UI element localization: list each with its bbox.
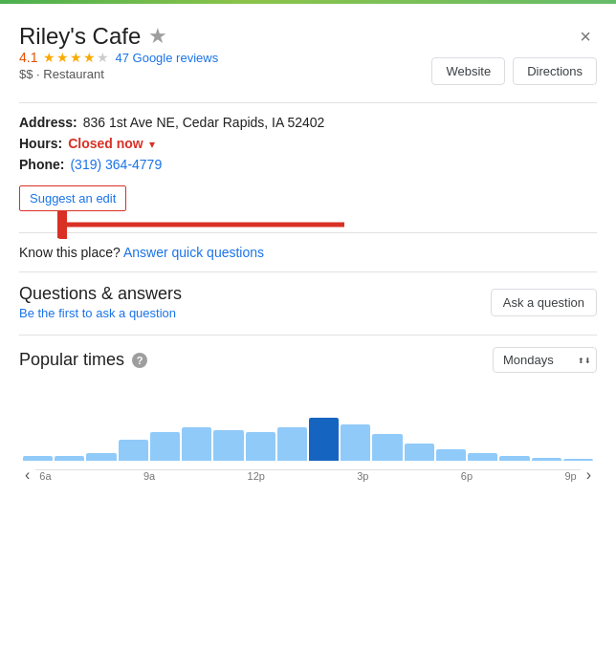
star-1: ★ <box>43 50 55 65</box>
chart-bar <box>532 458 561 461</box>
bookmark-star-icon[interactable]: ★ <box>148 24 167 49</box>
divider-1 <box>19 102 597 103</box>
chart-bar <box>499 456 529 461</box>
chart-bar <box>182 427 211 461</box>
hours-label: Hours: <box>19 136 62 151</box>
star-3: ★ <box>70 50 82 65</box>
phone-row: Phone: (319) 364-4779 <box>19 157 597 172</box>
qa-title-group: Questions & answers Be the first to ask … <box>19 284 182 321</box>
hours-status[interactable]: Closed now <box>68 136 143 151</box>
category: Restaurant <box>43 67 104 81</box>
chart-bar <box>213 430 243 461</box>
header-section: Riley's Cafe ★ 4.1 ★ ★ ★ ★ ★ 47 Google r… <box>19 23 597 91</box>
help-icon[interactable]: ? <box>132 353 147 368</box>
popular-times-header: Popular times ? Mondays Tuesdays Wednesd… <box>19 347 597 373</box>
answer-quick-questions-link[interactable]: Answer quick questions <box>123 245 264 260</box>
chart-bar <box>405 444 434 461</box>
directions-button[interactable]: Directions <box>513 57 597 85</box>
chart-prev-button[interactable]: ‹ <box>19 465 35 486</box>
chart-bar <box>150 432 180 461</box>
close-button[interactable]: × <box>574 25 597 48</box>
phone-label: Phone: <box>19 157 64 172</box>
website-button[interactable]: Website <box>431 57 505 85</box>
address-row: Address: 836 1st Ave NE, Cedar Rapids, I… <box>19 115 597 130</box>
chart-bar <box>372 434 402 461</box>
qa-header: Questions & answers Be the first to ask … <box>19 284 597 321</box>
axis-label-12p: 12p <box>248 470 265 482</box>
rating-row: 4.1 ★ ★ ★ ★ ★ 47 Google reviews <box>19 50 431 65</box>
top-bar <box>0 0 616 4</box>
chart-bar <box>468 453 497 461</box>
chart-bar <box>23 456 53 461</box>
address-value: 836 1st Ave NE, Cedar Rapids, IA 52402 <box>83 115 325 130</box>
header-right: × Website Directions <box>431 23 597 85</box>
divider-3 <box>19 271 597 272</box>
ask-question-button[interactable]: Ask a question <box>491 289 597 316</box>
chart-bar <box>436 449 466 461</box>
divider-4 <box>19 335 597 336</box>
first-to-ask-link[interactable]: Be the first to ask a question <box>19 306 176 320</box>
price-type: $$ · Restaurant <box>19 67 431 81</box>
price: $$ <box>19 67 33 81</box>
axis-label-9a: 9a <box>143 470 155 482</box>
chart-bar <box>309 418 339 461</box>
chart-bar <box>341 424 370 461</box>
qa-title: Questions & answers <box>19 284 182 304</box>
reviews-link[interactable]: 47 Google reviews <box>115 51 218 65</box>
info-section: Address: 836 1st Ave NE, Cedar Rapids, I… <box>19 115 597 172</box>
title-row: Riley's Cafe ★ <box>19 23 431 50</box>
popular-times-title: Popular times <box>19 350 124 370</box>
popular-times-title-row: Popular times ? <box>19 350 147 370</box>
phone-link[interactable]: (319) 364-4779 <box>70 157 162 172</box>
chart-next-button[interactable]: › <box>581 465 597 486</box>
qa-section: Questions & answers Be the first to ask … <box>19 284 597 321</box>
day-select-wrapper: Mondays Tuesdays Wednesdays Thursdays Fr… <box>493 347 597 373</box>
day-select[interactable]: Mondays Tuesdays Wednesdays Thursdays Fr… <box>493 347 597 373</box>
divider-2 <box>19 232 597 233</box>
popular-times-section: Popular times ? Mondays Tuesdays Wednesd… <box>19 347 597 486</box>
chart-bar <box>246 432 275 461</box>
chart-nav: ‹ 6a 9a 12p 3p 6p 9p › <box>19 465 597 486</box>
chart-bar <box>119 440 148 461</box>
know-this-place-section: Know this place? Answer quick questions <box>19 245 597 260</box>
chart-area: ‹ 6a 9a 12p 3p 6p 9p › <box>19 384 597 486</box>
know-this-place-text: Know this place? <box>19 245 121 260</box>
place-name: Riley's Cafe <box>19 23 141 50</box>
chart-bar <box>55 456 84 461</box>
address-label: Address: <box>19 115 77 130</box>
suggest-edit-button[interactable]: Suggest an edit <box>19 185 126 211</box>
chart-axis: 6a 9a 12p 3p 6p 9p <box>35 469 580 482</box>
chart-bar <box>277 427 307 461</box>
rating-number: 4.1 <box>19 50 37 65</box>
chart-bars <box>19 384 597 461</box>
chart-bar <box>86 453 116 461</box>
hours-dropdown-icon[interactable]: ▾ <box>149 138 155 151</box>
red-arrow-annotation <box>57 210 363 239</box>
axis-label-6a: 6a <box>39 470 51 482</box>
axis-label-6p: 6p <box>461 470 473 482</box>
panel: Riley's Cafe ★ 4.1 ★ ★ ★ ★ ★ 47 Google r… <box>0 0 616 672</box>
header-left: Riley's Cafe ★ 4.1 ★ ★ ★ ★ ★ 47 Google r… <box>19 23 431 91</box>
suggest-edit-container: Suggest an edit <box>19 185 126 211</box>
hours-row: Hours: Closed now ▾ <box>19 136 597 151</box>
star-4: ★ <box>83 50 96 65</box>
axis-label-3p: 3p <box>357 470 368 482</box>
star-2: ★ <box>56 50 69 65</box>
chart-bar <box>563 459 593 461</box>
star-rating: ★ ★ ★ ★ ★ <box>43 50 109 65</box>
axis-label-9p: 9p <box>564 470 576 482</box>
star-5: ★ <box>97 50 109 65</box>
action-buttons: Website Directions <box>431 57 597 85</box>
